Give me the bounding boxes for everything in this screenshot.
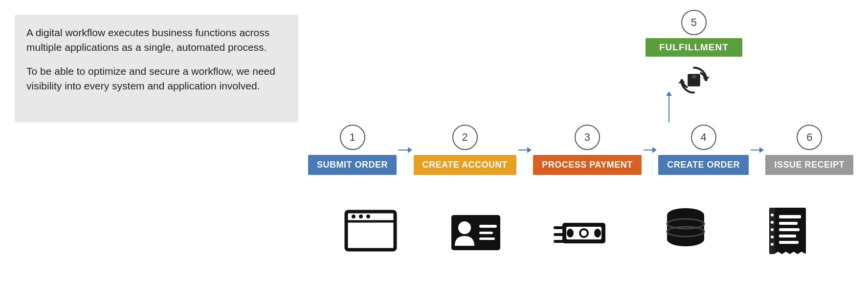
step-4-circle: 4 [691,125,716,150]
arrow-4-6 [751,150,764,151]
icon-database [654,200,718,264]
fulfillment-section: 5 FULFILLMENT [645,10,742,106]
svg-rect-13 [479,225,497,228]
svg-point-40 [771,236,774,238]
svg-rect-14 [479,232,493,234]
step-5-circle: 5 [681,10,707,35]
svg-point-39 [771,228,774,231]
description-box: A digital workflow executes business fun… [15,15,298,122]
svg-rect-34 [779,235,796,237]
step-2-node: 2 CREATE ACCOUNT [414,125,516,175]
icon-browser [339,200,402,264]
step-2-badge: CREATE ACCOUNT [414,155,516,175]
step-4-node: 4 CREATE ORDER [658,125,749,175]
svg-point-24 [594,229,601,237]
fulfillment-label: FULFILLMENT [645,38,742,57]
icon-id-card [444,200,508,264]
icons-row [308,200,853,264]
description-text: A digital workflow executes business fun… [26,25,287,94]
svg-point-10 [366,215,370,218]
main-container: A digital workflow executes business fun… [0,0,868,302]
svg-point-9 [359,215,363,218]
svg-point-38 [771,221,774,224]
svg-point-41 [771,243,774,246]
svg-rect-31 [779,215,801,218]
step-3-node: 3 PROCESS PAYMENT [533,125,642,175]
fulfillment-icon [674,61,713,106]
arrow-1-2 [399,150,412,151]
svg-point-22 [581,230,587,236]
step-3-circle: 3 [575,125,600,150]
svg-point-37 [771,214,774,216]
step-1-badge: SUBMIT ORDER [308,155,397,175]
arrow-3-4 [644,150,657,151]
description-paragraph1: A digital workflow executes business fun… [26,25,287,55]
step-4-badge: CREATE ORDER [658,155,749,175]
svg-rect-15 [479,237,495,240]
step-2-circle: 2 [452,125,478,150]
arrow-2-3 [518,150,532,151]
svg-point-8 [352,215,356,218]
step-1-node: 1 SUBMIT ORDER [308,125,397,175]
step-6-circle: 6 [797,125,822,150]
step-6-node: 6 ISSUE RECEIPT [765,125,853,175]
svg-point-23 [567,229,574,237]
svg-rect-33 [779,228,800,231]
step-6-badge: ISSUE RECEIPT [765,155,853,175]
workflow-area: 5 FULFILLMENT [308,10,853,292]
svg-point-12 [458,221,471,234]
workflow-row: 1 SUBMIT ORDER 2 CREATE ACCOUNT 3 PROCES… [308,125,853,175]
svg-rect-32 [779,222,798,225]
icon-payment [549,200,613,264]
step-1-circle: 1 [340,125,365,150]
icon-receipt [759,200,823,264]
description-paragraph2: To be able to optimize and secure a work… [26,64,287,94]
svg-rect-35 [779,241,799,244]
step-3-badge: PROCESS PAYMENT [533,155,642,175]
